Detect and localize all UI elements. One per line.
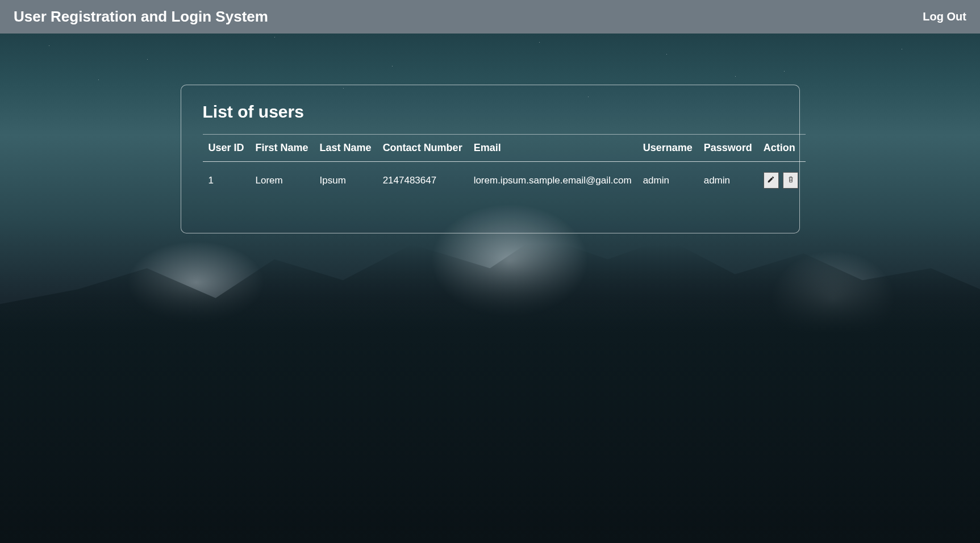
header-password: Password xyxy=(698,135,758,162)
pencil-icon xyxy=(767,176,775,185)
header-user-id: User ID xyxy=(203,135,250,162)
main-content: List of users User ID First Name Last Na… xyxy=(0,34,980,233)
header-first-name: First Name xyxy=(250,135,314,162)
app-title: User Registration and Login System xyxy=(14,8,268,26)
navbar: User Registration and Login System Log O… xyxy=(0,0,980,34)
cell-user-id: 1 xyxy=(203,162,250,205)
cell-username: admin xyxy=(637,162,698,205)
cell-first-name: Lorem xyxy=(250,162,314,205)
cell-last-name: Ipsum xyxy=(314,162,377,205)
table-row: 1 Lorem Ipsum 2147483647 lorem.ipsum.sam… xyxy=(203,162,806,205)
cell-email: lorem.ipsum.sample.email@gail.com xyxy=(468,162,637,205)
logout-button[interactable]: Log Out xyxy=(923,10,966,23)
trash-icon xyxy=(787,176,795,185)
users-table: User ID First Name Last Name Contact Num… xyxy=(203,134,806,204)
header-username: Username xyxy=(637,135,698,162)
header-contact-number: Contact Number xyxy=(377,135,468,162)
edit-button[interactable] xyxy=(764,172,779,189)
user-list-panel: List of users User ID First Name Last Na… xyxy=(181,85,800,233)
delete-button[interactable] xyxy=(783,172,798,189)
cell-contact-number: 2147483647 xyxy=(377,162,468,205)
header-last-name: Last Name xyxy=(314,135,377,162)
panel-title: List of users xyxy=(203,102,778,122)
header-email: Email xyxy=(468,135,637,162)
cell-password: admin xyxy=(698,162,758,205)
table-header-row: User ID First Name Last Name Contact Num… xyxy=(203,135,806,162)
cell-action xyxy=(758,162,806,205)
header-action: Action xyxy=(758,135,806,162)
